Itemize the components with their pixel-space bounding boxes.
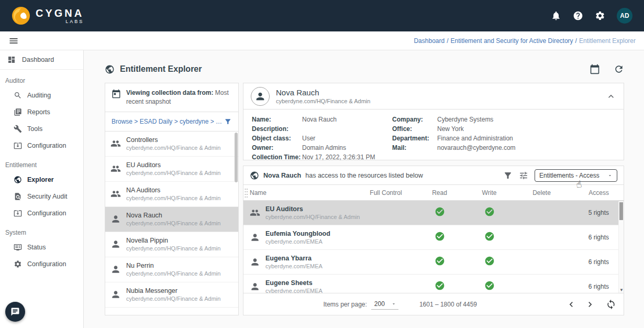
group-icon bbox=[110, 163, 121, 174]
field-value: Nova Rauch bbox=[302, 116, 337, 124]
field-value: New York bbox=[437, 125, 464, 133]
list-item[interactable]: Novella Pippincyberdyne.com/HQ/Finance &… bbox=[105, 232, 238, 257]
column-header-write[interactable]: Write bbox=[464, 189, 514, 196]
access-table-body: EU Auditorscyberdyne.com/HQ/Finance & Ad… bbox=[243, 201, 624, 293]
sidebar-item-tools[interactable]: Tools bbox=[0, 121, 83, 137]
table-row[interactable]: Eufemia Youngbloodcyberdyne.com/EMEA 6 r… bbox=[243, 225, 624, 250]
cygna-logo-icon bbox=[12, 6, 30, 25]
items-per-page-value: 200 bbox=[374, 300, 385, 308]
cygna-labs-logo[interactable]: CYGNA LABS bbox=[12, 6, 84, 25]
page-range-label: 1601 – 1800 of 4459 bbox=[419, 301, 477, 308]
sidebar-item-dashboard[interactable]: Dashboard bbox=[0, 50, 83, 70]
column-header-delete[interactable]: Delete bbox=[514, 189, 569, 196]
field-label: Office: bbox=[392, 125, 437, 133]
search-icon bbox=[14, 91, 22, 100]
sidebar-item-label: Explorer bbox=[27, 176, 54, 183]
configuration-box-icon bbox=[14, 209, 22, 217]
settings-gear-icon[interactable] bbox=[595, 10, 605, 21]
object-list: Controllerscyberdyne.com/HQ/Finance & Ad… bbox=[105, 132, 238, 315]
reload-sync-icon[interactable] bbox=[606, 299, 616, 310]
list-item[interactable]: Controllerscyberdyne.com/HQ/Finance & Ad… bbox=[105, 132, 238, 157]
object-detail-panel: Nova Rauch cyberdyne.com/HQ/Finance & Ad… bbox=[243, 83, 624, 160]
sidebar-item-system-configuration[interactable]: Configuration bbox=[0, 256, 83, 272]
field-value: novarauch@cyberdyne.com bbox=[437, 144, 516, 152]
main-content: Entitlement Explorer Viewing collection … bbox=[84, 50, 644, 328]
scrollbar-down-arrow[interactable]: ▼ bbox=[619, 288, 624, 292]
field-value: User bbox=[302, 135, 315, 143]
resource-name: EU Auditors bbox=[265, 205, 357, 213]
sidebar-item-auditing[interactable]: Auditing bbox=[0, 87, 83, 104]
calendar-icon[interactable] bbox=[590, 64, 600, 74]
list-item-selected[interactable]: Nova Rauchcyberdyne.com/HQ/Finance & Adm… bbox=[105, 207, 238, 232]
resource-name: Eufemia Youngblood bbox=[265, 230, 330, 237]
breadcrumb-current: Entitlement Explorer bbox=[579, 37, 636, 45]
view-filter-value: Entitlements - Access bbox=[539, 172, 599, 179]
sidebar-item-entitlement-configuration[interactable]: Configuration bbox=[0, 205, 83, 222]
next-page-chevron-icon[interactable] bbox=[585, 299, 595, 310]
table-row-selected[interactable]: EU Auditorscyberdyne.com/HQ/Finance & Ad… bbox=[243, 201, 624, 225]
filter-funnel-icon[interactable] bbox=[503, 171, 513, 180]
sidebar-item-auditor-configuration[interactable]: Configuration bbox=[0, 137, 83, 154]
column-header-name[interactable]: Name bbox=[250, 189, 357, 196]
column-header-full-control[interactable]: Full Control bbox=[357, 189, 415, 196]
table-row[interactable]: Eugena Ybarracyberdyne.com/EMEA 6 rights bbox=[243, 250, 624, 275]
list-item[interactable]: Nubia Messengercyberdyne.com/HQ/Finance … bbox=[105, 282, 238, 308]
list-item[interactable]: EU Auditorscyberdyne.com/HQ/Finance & Ad… bbox=[105, 157, 238, 182]
chevron-down-icon bbox=[607, 173, 613, 178]
chat-bubble-icon bbox=[10, 307, 20, 316]
items-per-page-select[interactable]: 200 bbox=[371, 299, 398, 310]
group-icon bbox=[110, 189, 121, 199]
table-row[interactable]: Eugene Sheetscyberdyne.com/EMEA 6 rights bbox=[243, 275, 624, 293]
splitter-drag-handle[interactable] bbox=[244, 188, 248, 198]
table-scrollbar[interactable]: ▼ bbox=[618, 201, 624, 293]
sidebar-item-explorer[interactable]: Explorer bbox=[0, 171, 83, 188]
browse-path-breadcrumb[interactable]: Browse > ESAD Daily > cyberdyne > HQ >..… bbox=[112, 118, 224, 125]
help-icon[interactable] bbox=[573, 10, 583, 21]
list-item[interactable]: Numbers Lister bbox=[105, 308, 238, 315]
sidebar-item-label: Tools bbox=[27, 125, 42, 133]
sidebar-item-reports[interactable]: Reports bbox=[0, 104, 83, 121]
resource-path: cyberdyne.com/EMEA bbox=[265, 238, 330, 245]
sidebar-section-system: System bbox=[0, 222, 83, 239]
breadcrumb-esad[interactable]: Entitlement and Security for Active Dire… bbox=[451, 37, 573, 45]
collapse-chevron-up-icon[interactable] bbox=[606, 91, 616, 102]
object-path: cyberdyne.com/HQ/Finance & Admin bbox=[126, 220, 220, 226]
object-name: Nova Rauch bbox=[126, 212, 220, 219]
previous-page-chevron-icon[interactable] bbox=[566, 299, 576, 310]
person-icon bbox=[250, 281, 260, 292]
column-header-read[interactable]: Read bbox=[415, 189, 464, 196]
breadcrumb-dashboard[interactable]: Dashboard bbox=[414, 37, 445, 45]
person-icon bbox=[110, 214, 121, 224]
user-avatar[interactable]: AD bbox=[617, 8, 632, 24]
refresh-icon[interactable] bbox=[614, 64, 624, 74]
sidebar-item-status[interactable]: Status bbox=[0, 239, 83, 256]
globe-explorer-icon bbox=[14, 176, 22, 184]
sidebar-item-security-audit[interactable]: Security Audit bbox=[0, 188, 83, 205]
filter-funnel-icon[interactable] bbox=[224, 117, 232, 126]
breadcrumb-separator: / bbox=[447, 37, 448, 45]
view-filter-dropdown[interactable]: Entitlements - Access bbox=[535, 169, 617, 182]
field-label: Mail: bbox=[392, 144, 437, 152]
object-avatar bbox=[251, 87, 270, 106]
sidebar-item-label: Reports bbox=[27, 108, 50, 116]
notifications-bell-icon[interactable] bbox=[551, 10, 561, 21]
check-circle-icon bbox=[435, 206, 445, 217]
sidebar-item-label: Security Audit bbox=[27, 193, 67, 200]
tune-sliders-icon[interactable] bbox=[519, 171, 528, 180]
detail-object-path: cyberdyne.com/HQ/Finance & Admin bbox=[276, 98, 370, 104]
list-item[interactable]: NA Auditorscyberdyne.com/HQ/Finance & Ad… bbox=[105, 182, 238, 207]
menu-hamburger-icon[interactable] bbox=[8, 36, 19, 46]
sidebar-item-label: Configuration bbox=[27, 142, 66, 149]
entitlement-explorer-icon bbox=[105, 64, 115, 74]
sidebar-item-label: Auditing bbox=[27, 92, 51, 99]
check-circle-icon bbox=[484, 280, 495, 291]
rights-count: 5 rights bbox=[569, 209, 617, 216]
resource-name: Eugene Sheets bbox=[265, 279, 323, 287]
field-value: Finance and Administration bbox=[437, 135, 513, 143]
list-scrollbar-thumb[interactable] bbox=[235, 133, 238, 182]
column-header-access[interactable]: Access bbox=[569, 189, 617, 196]
chat-fab-button[interactable] bbox=[5, 302, 25, 322]
table-scrollbar-thumb[interactable] bbox=[619, 202, 623, 220]
sidebar-item-label: Dashboard bbox=[22, 56, 54, 63]
list-item[interactable]: Nu Perrincyberdyne.com/HQ/Finance & Admi… bbox=[105, 257, 238, 282]
